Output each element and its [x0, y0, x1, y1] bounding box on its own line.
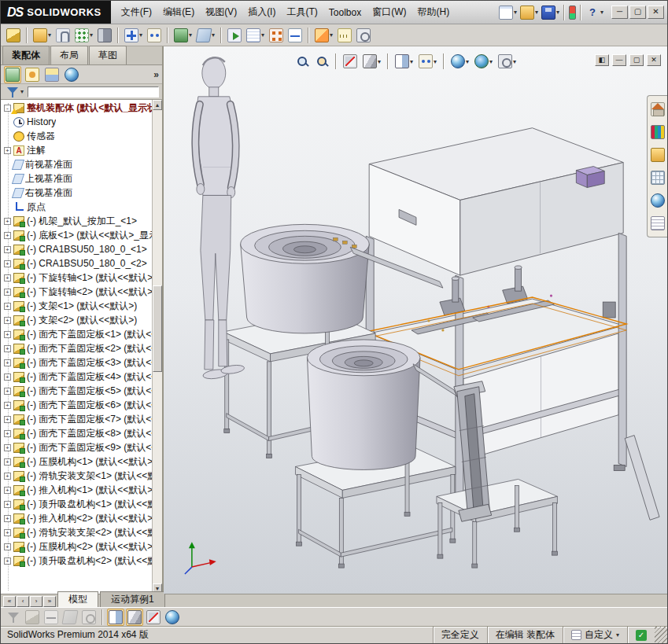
tree-item[interactable]: +(-) 面壳下盖固定板<3> (默认<<默认>) [1, 355, 152, 370]
minimize-button[interactable]: ─ [611, 6, 628, 19]
hide-show-items-icon[interactable] [419, 54, 433, 68]
zoom-area-icon-wrap[interactable] [313, 53, 330, 70]
tab-layout[interactable]: 布局 [50, 46, 88, 64]
new-motion-study-icon[interactable] [227, 28, 242, 42]
tree-item[interactable]: +右视基准面 [1, 186, 152, 200]
tree-filter-input[interactable] [28, 86, 159, 98]
file-explorer-icon[interactable] [651, 148, 665, 162]
tree-item[interactable]: +(-) 支架<1> (默认<<默认>) [1, 299, 152, 313]
pane-toggle-icon[interactable]: ◧ [595, 54, 609, 66]
tree-item[interactable]: +前视基准面 [1, 157, 152, 171]
dropdown-arrow-icon[interactable]: ▾ [513, 58, 516, 65]
move-component-icon-wrap[interactable]: ▾ [123, 27, 144, 44]
tree-item[interactable]: +(-) 面壳下盖固定板<4> (默认<<默认>) [1, 370, 152, 384]
new-document-icon-wrap[interactable]: ▾ [497, 4, 519, 21]
tree-expander-icon[interactable]: + [4, 345, 11, 352]
tree-item[interactable]: +(-) 面壳下盖固定板<2> (默认<<默认>) [1, 341, 152, 355]
view-settings-icon[interactable] [498, 54, 512, 68]
featuremanager-tab-icon[interactable] [6, 68, 20, 82]
dropdown-arrow-icon[interactable]: ▾ [434, 58, 437, 65]
view-palette-icon-wrap[interactable] [649, 169, 666, 186]
dropdown-arrow-icon[interactable]: ▾ [330, 31, 333, 39]
tree-item[interactable]: +(-) 顶升吸盘机构<1> (默认<<默) [1, 497, 152, 511]
tree-expander-icon[interactable]: + [4, 289, 11, 296]
help-icon-wrap[interactable]: ?▾ [584, 4, 605, 21]
tree-item[interactable]: +(-) 顶升吸盘机构<2> (默认<<默) [1, 554, 152, 568]
custom-properties-icon[interactable] [651, 216, 665, 230]
propertymanager-tab-icon-wrap[interactable] [24, 66, 41, 83]
view-orientation-icon-wrap[interactable]: ▾ [361, 53, 382, 70]
tree-expander-icon[interactable]: + [4, 402, 11, 409]
tree-item[interactable]: +注解 [1, 143, 152, 157]
restore-doc-icon[interactable]: ▢ [629, 54, 644, 66]
open-document-icon-wrap[interactable]: ▾ [519, 4, 540, 21]
tree-expander-icon[interactable]: + [4, 558, 11, 565]
tree-item[interactable]: -整机装配体 (默认<默认_显示状态_1>) [1, 101, 152, 115]
tree-item[interactable]: +History [1, 115, 152, 129]
tree-item[interactable]: +(-) 面壳下盖固定板<5> (默认<<默认>) [1, 384, 152, 398]
edit-component-icon-wrap[interactable] [5, 27, 22, 44]
save-icon-wrap[interactable]: ▾ [540, 4, 561, 21]
save-icon[interactable] [541, 6, 555, 20]
solidworks-resources-icon-wrap[interactable] [649, 101, 666, 118]
isometric-view-icon[interactable] [127, 610, 142, 624]
hide-show-items-icon-wrap[interactable]: ▾ [417, 53, 438, 70]
tree-expander-icon[interactable]: + [4, 501, 11, 508]
move-component-icon[interactable] [124, 28, 138, 42]
dropdown-arrow-icon[interactable]: ▾ [410, 58, 413, 65]
reference-geometry-icon-wrap[interactable]: ▾ [195, 27, 216, 44]
zoom-fit-icon-wrap[interactable] [293, 53, 311, 70]
dropdown-arrow-icon[interactable]: ▾ [20, 88, 24, 95]
display-style-icon-wrap[interactable]: ▾ [393, 53, 415, 70]
configurationmanager-tab-icon[interactable] [45, 68, 59, 82]
shaded-with-edges-icon-wrap[interactable] [107, 609, 124, 626]
tree-item[interactable]: +(-) CRA1BSU50_180_0_<2> [1, 256, 152, 270]
interference-detection-icon[interactable] [315, 28, 329, 42]
mass-properties-icon-wrap[interactable] [355, 27, 372, 44]
tree-item[interactable]: +(-) 机架_默认_按加工_<1> [1, 214, 152, 228]
custom-properties-icon-wrap[interactable] [649, 215, 666, 232]
appearance-tool-icon-wrap[interactable] [164, 609, 181, 626]
resize-grip[interactable] [655, 627, 667, 643]
tab-model[interactable]: 模型 [57, 591, 98, 607]
tree-item[interactable]: +(-) 面壳下盖固定板<9> (默认<<默认>) [1, 440, 152, 454]
exploded-view-icon-wrap[interactable] [268, 27, 285, 44]
linear-component-pattern-icon[interactable] [75, 28, 89, 42]
tree-expander-icon[interactable]: + [4, 458, 11, 466]
tree-item[interactable]: +(-) 推入机构<1> (默认<<默认>) [1, 483, 152, 497]
filter-funnel-icon-wrap[interactable]: ▾ [4, 83, 25, 101]
tab-scroll-next-icon[interactable]: › [30, 596, 42, 607]
displaymanager-tab-icon[interactable] [65, 68, 79, 82]
filter-funnel-icon[interactable] [6, 85, 20, 99]
3d-scene[interactable] [164, 46, 667, 594]
tree-expander-icon[interactable]: + [4, 232, 11, 239]
tab-scroll-prev-icon[interactable]: ‹ [17, 596, 29, 607]
tree-item[interactable]: +(-) 支架<2> (默认<<默认>) [1, 313, 152, 327]
menu-item[interactable]: 文件(F) [116, 2, 157, 22]
insert-components-icon-wrap[interactable]: ▾ [31, 27, 53, 44]
tree-expander-icon[interactable]: + [4, 430, 11, 437]
menu-item[interactable]: 视图(V) [200, 2, 242, 22]
scrollbar-track[interactable] [153, 110, 162, 583]
appearances-scenes-icon-wrap[interactable] [649, 192, 666, 209]
tree-item[interactable]: +(-) 滑轨安装支架<2> (默认<<默) [1, 525, 152, 539]
reference-geometry-icon[interactable] [195, 28, 212, 42]
mass-properties-icon[interactable] [356, 28, 371, 42]
dropdown-arrow-icon[interactable]: ▾ [514, 9, 517, 16]
bill-of-materials-icon-wrap[interactable]: ▾ [245, 27, 266, 44]
menu-item[interactable]: 编辑(E) [157, 2, 200, 22]
tree-item[interactable]: +(-) 面壳下盖固定板<6> (默认<<默认>) [1, 398, 152, 412]
view-orientation-icon[interactable] [363, 54, 377, 68]
smart-fasteners-icon-wrap[interactable] [96, 27, 113, 44]
tree-expander-icon[interactable]: + [4, 260, 11, 267]
minimize-doc-icon[interactable]: — [612, 54, 626, 66]
appearance-tool-icon[interactable] [165, 610, 179, 624]
menu-item[interactable]: 窗口(W) [367, 2, 412, 22]
tree-item[interactable]: +(-) 面壳下盖固定板<7> (默认<<默认>) [1, 412, 152, 426]
insert-components-icon[interactable] [33, 28, 47, 42]
close-doc-icon[interactable]: ✕ [647, 54, 661, 66]
tree-item[interactable]: +原点 [1, 200, 152, 214]
tree-expander-icon[interactable]: + [4, 416, 11, 423]
tree-expander-icon[interactable]: + [4, 147, 11, 154]
isometric-view-icon-wrap[interactable] [126, 609, 143, 626]
